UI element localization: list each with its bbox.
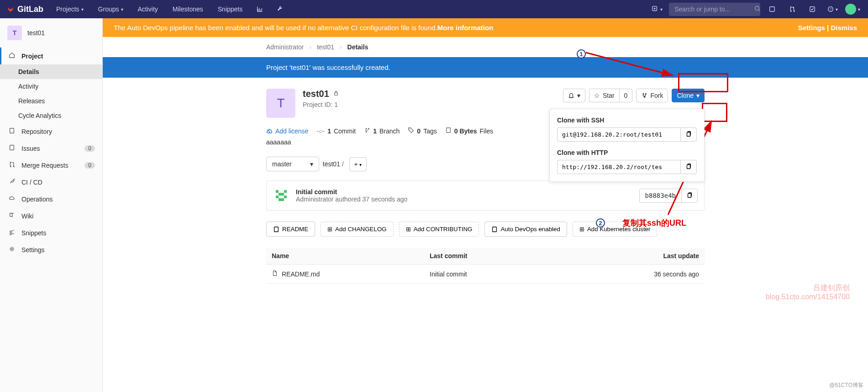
sidebar: T test01 Project Details Activity Releas… — [0, 18, 103, 392]
commit-sha[interactable]: b8883e4b — [639, 189, 681, 203]
svg-text:?: ? — [829, 7, 831, 11]
branch-select-dropdown[interactable]: master▾ — [266, 157, 319, 171]
svg-rect-2 — [770, 7, 775, 12]
banner-settings-link[interactable]: Settings — [798, 24, 825, 32]
svg-rect-6 — [10, 128, 14, 133]
readme-button[interactable]: README — [266, 222, 315, 237]
sidebar-item-snippets[interactable]: Snippets — [0, 224, 102, 241]
wrench-icon[interactable] — [272, 1, 288, 17]
clone-http-title: Clone with HTTP — [557, 149, 697, 156]
sidebar-sub-activity[interactable]: Activity — [0, 79, 102, 94]
star-count[interactable]: 0 — [619, 89, 633, 102]
breadcrumb: Administrator › test01 › Details — [257, 37, 714, 57]
project-title: test01 — [303, 89, 329, 99]
autodevops-banner: The Auto DevOps pipeline has been enable… — [103, 18, 868, 37]
sidebar-item-merge-requests[interactable]: Merge Requests0 — [0, 157, 102, 174]
chevron-down-icon: ▾ — [310, 160, 313, 168]
branches-stat[interactable]: 1 Branch — [364, 127, 400, 135]
issues-count-badge: 0 — [84, 145, 95, 152]
commits-stat[interactable]: -○-1 Commit — [316, 127, 356, 135]
commit-meta: Administrator authored 37 seconds ago — [296, 196, 407, 203]
branch-icon — [364, 127, 370, 135]
file-name-text[interactable]: README.md — [282, 270, 320, 278]
issues-icon — [9, 144, 16, 152]
nav-projects[interactable]: Projects▾ — [51, 2, 89, 16]
brand-text[interactable]: GitLab — [17, 5, 43, 14]
clone-ssh-input[interactable] — [557, 127, 680, 142]
crumb-project[interactable]: test01 — [317, 43, 334, 51]
doc-icon — [9, 127, 16, 135]
file-last-commit[interactable]: Initial commit — [430, 270, 467, 278]
help-dropdown[interactable]: ?▾ — [824, 1, 841, 17]
sidebar-item-wiki[interactable]: Wiki — [0, 207, 102, 224]
svg-rect-16 — [284, 190, 287, 193]
path-project[interactable]: test01 — [323, 160, 340, 168]
fork-button[interactable]: Fork — [636, 89, 668, 102]
clone-dropdown-panel: Clone with SSH Clone with HTTP — [549, 109, 705, 182]
plus-dropdown[interactable]: ▾ — [649, 1, 665, 17]
clone-http-input[interactable] — [557, 160, 680, 174]
commit-title[interactable]: Initial commit — [296, 188, 407, 196]
crumb-admin[interactable]: Administrator — [266, 43, 304, 51]
sidebar-sub-details[interactable]: Details — [0, 64, 102, 79]
tags-stat[interactable]: 0 Tags — [408, 127, 437, 135]
svg-rect-19 — [276, 196, 279, 198]
commit-icon: -○- — [316, 127, 325, 135]
nav-milestones[interactable]: Milestones — [167, 2, 209, 16]
sidebar-sub-cycle-analytics[interactable]: Cycle Analytics — [0, 108, 102, 123]
nav-groups[interactable]: Groups▾ — [93, 2, 129, 16]
commit-author-avatar — [273, 187, 289, 204]
nav-snippets[interactable]: Snippets — [212, 2, 248, 16]
svg-rect-15 — [276, 190, 279, 193]
sidebar-item-operations[interactable]: Operations — [0, 191, 102, 207]
svg-rect-18 — [281, 193, 284, 196]
add-changelog-button[interactable]: ⊞Add CHANGELOG — [321, 222, 394, 237]
more-info-link[interactable]: More information — [437, 24, 494, 32]
merge-request-icon[interactable] — [784, 1, 800, 17]
watermark-author: 吕建钊原创 blog.51cto.com/14154700 — [766, 283, 850, 301]
user-avatar-dropdown[interactable]: ▾ — [844, 1, 861, 17]
search-input[interactable] — [674, 5, 754, 13]
copy-sha-button[interactable] — [681, 189, 698, 203]
copy-http-button[interactable] — [680, 160, 697, 174]
col-last-update: Last update — [554, 248, 705, 265]
copy-ssh-button[interactable] — [680, 127, 697, 142]
sidebar-item-repository[interactable]: Repository — [0, 123, 102, 140]
main-content: The Auto DevOps pipeline has been enable… — [103, 18, 868, 392]
chevron-down-icon: ▾ — [577, 92, 580, 99]
scissors-icon — [9, 229, 16, 237]
banner-dismiss-link[interactable]: Dismiss — [831, 24, 857, 32]
svg-rect-17 — [279, 193, 281, 196]
svg-rect-9 — [334, 93, 337, 95]
chevron-down-icon: ▾ — [121, 7, 123, 12]
notifications-dropdown[interactable]: ▾ — [563, 89, 585, 102]
todos-icon[interactable] — [804, 1, 821, 17]
nav-activity[interactable]: Activity — [132, 2, 163, 16]
sidebar-item-issues[interactable]: Issues0 — [0, 140, 102, 157]
sidebar-project-header[interactable]: T test01 — [0, 18, 102, 48]
chart-icon[interactable] — [252, 1, 268, 17]
autodevops-button[interactable]: Auto DevOps enabled — [484, 222, 567, 237]
sidebar-item-settings[interactable]: Settings — [0, 241, 102, 258]
add-license-link[interactable]: Add license — [266, 127, 308, 135]
search-input-wrapper[interactable] — [669, 3, 760, 16]
clone-button[interactable]: Clone ▾ — [672, 89, 705, 102]
sidebar-item-project[interactable]: Project — [0, 48, 102, 64]
sidebar-item-cicd[interactable]: CI / CD — [0, 174, 102, 191]
svg-point-1 — [755, 6, 759, 10]
svg-rect-11 — [687, 165, 690, 169]
files-stat[interactable]: 0 Bytes Files — [445, 127, 493, 135]
sidebar-sub-releases[interactable]: Releases — [0, 94, 102, 108]
gitlab-logo-icon[interactable] — [7, 6, 14, 12]
table-row[interactable]: README.md Initial commit 36 seconds ago — [266, 265, 705, 284]
issues-icon[interactable] — [764, 1, 780, 17]
col-last-commit: Last commit — [424, 248, 554, 265]
plus-box-icon: ⊞ — [579, 226, 584, 233]
star-button[interactable]: ☆ Star — [589, 89, 619, 102]
annotation-number-1: 1 — [577, 49, 586, 58]
add-file-dropdown[interactable]: + ▾ — [349, 157, 367, 171]
home-icon — [9, 52, 16, 60]
chevron-down-icon: ▾ — [359, 162, 362, 167]
add-contributing-button[interactable]: ⊞Add CONTRIBUTING — [399, 222, 479, 237]
svg-rect-7 — [10, 145, 14, 150]
